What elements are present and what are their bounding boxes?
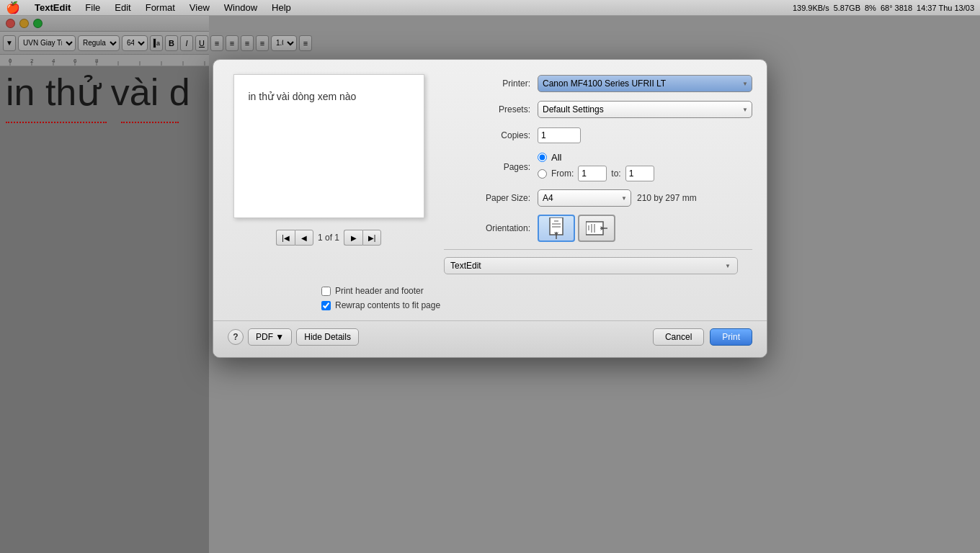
landscape-button[interactable] xyxy=(578,215,615,242)
section-select-wrapper: TextEdit xyxy=(444,257,738,274)
settings-panel: Printer: Canon MF4100 Series UFRII LT Pr… xyxy=(444,74,767,280)
preview-text: in thử vài dòng xem nào xyxy=(249,89,357,104)
copies-input[interactable] xyxy=(538,127,581,143)
paper-size-row: Paper Size: A4 210 by 297 mm xyxy=(444,189,752,207)
orientation-label: Orientation: xyxy=(444,223,538,233)
presets-control: Default Settings xyxy=(538,101,752,118)
paper-size-select[interactable]: A4 xyxy=(538,189,631,207)
section-select[interactable]: TextEdit xyxy=(444,257,738,274)
printer-label: Printer: xyxy=(444,78,538,89)
from-pages-radio[interactable] xyxy=(538,169,547,179)
nav-first-prev-group: |◀ ◀ xyxy=(276,230,313,246)
menubar: 🍎 TextEdit File Edit Format View Window … xyxy=(0,0,980,16)
preview-panel: in thử vài dòng xem nào |◀ ◀ 1 of 1 ▶ ▶| xyxy=(213,74,444,280)
menu-format[interactable]: Format xyxy=(140,0,181,16)
hide-details-button[interactable]: Hide Details xyxy=(296,328,359,346)
rewrap-checkbox[interactable] xyxy=(321,301,331,310)
printer-control: Canon MF4100 Series UFRII LT xyxy=(538,75,752,92)
all-pages-row: All xyxy=(538,152,752,163)
print-button[interactable]: Print xyxy=(710,328,752,346)
paper-size-info: 210 by 297 mm xyxy=(637,193,697,203)
pages-row: Pages: All From: xyxy=(444,152,752,181)
copies-control xyxy=(538,127,752,143)
presets-label: Presets: xyxy=(444,104,538,114)
pages-radio-group: All From: to: xyxy=(538,152,752,181)
menu-view[interactable]: View xyxy=(184,0,215,16)
section-row: TextEdit xyxy=(444,257,752,274)
print-dialog: in thử vài dòng xem nào |◀ ◀ 1 of 1 ▶ ▶| xyxy=(213,59,767,358)
presets-select-wrapper: Default Settings xyxy=(538,101,752,118)
paper-size-label: Paper Size: xyxy=(444,193,538,203)
from-input[interactable] xyxy=(578,166,607,181)
rewrap-label: Rewrap contents to fit page xyxy=(335,300,440,310)
print-dialog-overlay: in thử vài dòng xem nào |◀ ◀ 1 of 1 ▶ ▶| xyxy=(0,16,980,553)
app-area: ▼ UVN Giay Trang Regular 64 a B I U ≡ ≡ … xyxy=(0,16,980,553)
orientation-row: Orientation: xyxy=(444,215,752,242)
copies-row: Copies: xyxy=(444,126,752,145)
next-page-button[interactable]: ▶ xyxy=(344,230,362,246)
page-preview: in thử vài dòng xem nào xyxy=(233,74,424,218)
temp-info: 68° 3818 xyxy=(881,4,912,12)
copies-label: Copies: xyxy=(444,130,538,140)
printer-row: Printer: Canon MF4100 Series UFRII LT xyxy=(444,74,752,93)
dialog-content: in thử vài dòng xem nào |◀ ◀ 1 of 1 ▶ ▶| xyxy=(213,60,767,280)
pdf-button[interactable]: PDF ▼ xyxy=(248,328,292,346)
rewrap-row: Rewrap contents to fit page xyxy=(213,300,752,310)
cancel-button[interactable]: Cancel xyxy=(653,328,704,346)
orientation-control xyxy=(538,215,752,242)
printer-select-wrapper: Canon MF4100 Series UFRII LT xyxy=(538,75,752,92)
last-page-button[interactable]: ▶| xyxy=(362,230,381,246)
all-pages-label: All xyxy=(551,152,561,163)
nav-next-last-group: ▶ ▶| xyxy=(344,230,381,246)
all-pages-radio[interactable] xyxy=(538,153,547,162)
prev-page-button[interactable]: ◀ xyxy=(295,230,313,246)
menu-edit[interactable]: Edit xyxy=(109,0,136,16)
first-page-button[interactable]: |◀ xyxy=(276,230,295,246)
print-header-row: Print header and footer xyxy=(213,286,752,296)
pages-label: Pages: xyxy=(444,162,538,172)
print-header-checkbox[interactable] xyxy=(321,287,331,296)
printer-select[interactable]: Canon MF4100 Series UFRII LT xyxy=(538,75,752,92)
checkbox-group: Print header and footer Rewrap contents … xyxy=(213,280,767,320)
bottom-left: ? PDF ▼ Hide Details xyxy=(228,328,359,346)
to-label: to: xyxy=(611,168,620,179)
pages-control: All From: to: xyxy=(538,152,752,181)
menubar-right: 139.9KB/s 5.87GB 8% 68° 3818 14:37 Thu 1… xyxy=(793,4,974,12)
menu-file[interactable]: File xyxy=(79,0,106,16)
menu-help[interactable]: Help xyxy=(266,0,297,16)
from-to-row: From: to: xyxy=(538,166,752,181)
orientation-group xyxy=(538,215,752,242)
dialog-bottom: ? PDF ▼ Hide Details Cancel Print xyxy=(213,320,767,357)
clock: 14:37 Thu 13/03 xyxy=(917,4,974,12)
bottom-right: Cancel Print xyxy=(653,328,752,346)
presets-row: Presets: Default Settings xyxy=(444,100,752,119)
page-indicator: 1 of 1 xyxy=(318,233,339,243)
presets-select[interactable]: Default Settings xyxy=(538,101,752,118)
paper-size-control: A4 210 by 297 mm xyxy=(538,189,752,207)
paper-size-select-wrapper: A4 xyxy=(538,189,631,207)
apple-menu[interactable]: 🍎 xyxy=(6,1,20,14)
to-input[interactable] xyxy=(625,166,654,181)
disk-usage: 5.87GB xyxy=(834,4,860,12)
from-label: From: xyxy=(551,168,574,179)
portrait-button[interactable] xyxy=(538,215,575,242)
network-stats: 139.9KB/s xyxy=(793,4,829,12)
print-header-label: Print header and footer xyxy=(335,286,424,296)
paper-size-inner: A4 210 by 297 mm xyxy=(538,189,752,207)
page-nav: |◀ ◀ 1 of 1 ▶ ▶| xyxy=(276,230,381,246)
from-to-group: From: to: xyxy=(551,166,654,181)
menu-textedit[interactable]: TextEdit xyxy=(29,0,76,16)
help-button[interactable]: ? xyxy=(228,329,244,345)
battery-status: 8% xyxy=(865,4,876,12)
section-divider xyxy=(444,249,752,250)
menu-window[interactable]: Window xyxy=(218,0,263,16)
